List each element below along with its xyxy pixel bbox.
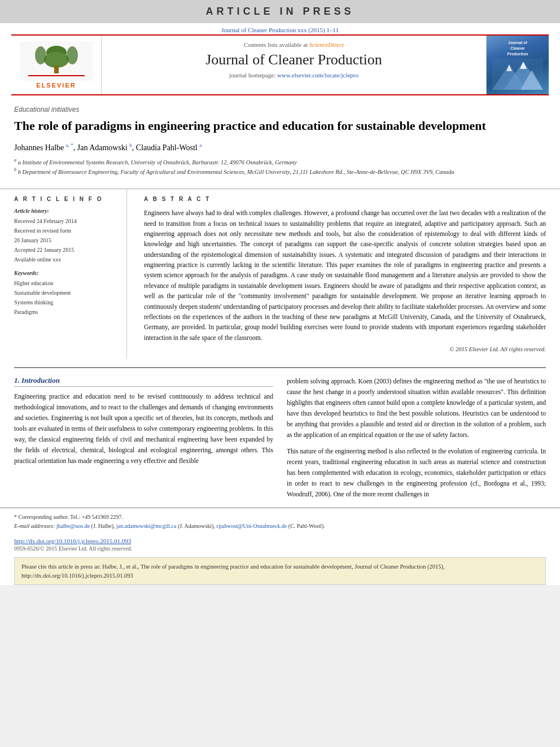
journal-ref-text: Journal of Cleaner Production xxx (2015)…	[221, 27, 339, 33]
footnotes-area: * Corresponding author. Tel.: +49 541969…	[0, 508, 560, 533]
date-online: Available online xxx	[14, 255, 121, 264]
corresponding-author: * Corresponding author. Tel.: +49 541969…	[14, 513, 546, 522]
keyword-4: Paradigms	[14, 307, 121, 317]
authors-line: Johannes Halbe a, *, Jan Adamowski b, Cl…	[14, 142, 546, 152]
emails-label: E-mail addresses:	[14, 523, 55, 529]
elsevier-logo-box: ELSEVIER	[11, 36, 102, 94]
issn-line: 0959-6526/© 2015 Elsevier Ltd. All right…	[14, 545, 546, 552]
abstract-column: A B S T R A C T Engineers have always ha…	[138, 189, 546, 359]
intro-paragraph-1: Engineering practice and education need …	[14, 391, 273, 466]
abstract-text: Engineers have always had to deal with c…	[144, 208, 546, 343]
journal-title: Journal of Cleaner Production	[113, 51, 475, 68]
svg-rect-2	[54, 65, 59, 73]
journal-homepage-line: journal homepage: www.elsevier.com/locat…	[113, 72, 475, 78]
keyword-2: Sustainable development	[14, 288, 121, 298]
abstract-heading: A B S T R A C T	[144, 196, 546, 202]
elsevier-logo	[20, 41, 93, 81]
date-revised-label: Received in revised form	[14, 226, 121, 235]
doi-link[interactable]: http://dx.doi.org/10.1016/j.jclepro.2015…	[14, 538, 546, 544]
keywords-label: Keywords:	[14, 270, 121, 276]
affiliations: a a Institute of Environmental Systems R…	[14, 157, 546, 177]
article-info-abstract-section: A R T I C L E I N F O Article history: R…	[0, 189, 560, 359]
citation-banner: Please cite this article in press as: Ha…	[14, 557, 546, 586]
section1-heading: 1. Introduction	[14, 376, 273, 387]
copyright-line: © 2015 Elsevier Ltd. All rights reserved…	[144, 343, 546, 352]
homepage-prefix: journal homepage:	[229, 72, 275, 78]
journal-ref-line: Journal of Cleaner Production xxx (2015)…	[0, 23, 560, 34]
article-dates: Received 24 February 2014 Received in re…	[14, 216, 121, 264]
email-addresses: E-mail addresses: jhalbe@uos.de (J. Halb…	[14, 522, 546, 531]
affiliation-b: b b Department of Bioresource Engineerin…	[14, 167, 546, 176]
article-info-column: A R T I C L E I N F O Article history: R…	[14, 189, 127, 359]
article-history-label: Article history:	[14, 208, 121, 214]
sciencedirect-prefix: Contents lists available at	[244, 41, 308, 48]
keyword-1: Higher education	[14, 278, 121, 288]
intro-paragraph-3: This nature of the engineering method is…	[287, 446, 546, 500]
intro-paragraph-2: problem solving approach. Koen (2003) de…	[287, 376, 546, 440]
section-divider	[14, 367, 546, 368]
content-right-col: problem solving approach. Koen (2003) de…	[287, 376, 546, 505]
elsevier-label: ELSEVIER	[36, 82, 76, 89]
section1-title: Introduction	[21, 376, 60, 385]
journal-center: Contents lists available at ScienceDirec…	[102, 36, 487, 94]
banner-text: ARTICLE IN PRESS	[205, 6, 354, 17]
article-info-heading: A R T I C L E I N F O	[14, 196, 121, 202]
cleaner-production-box: Journal ofCleanerProduction	[487, 36, 549, 94]
sciencedirect-link[interactable]: ScienceDirect	[309, 41, 344, 48]
article-in-press-banner: ARTICLE IN PRESS	[0, 0, 560, 23]
affiliation-a: a a Institute of Environmental Systems R…	[14, 157, 546, 167]
date-received: Received 24 February 2014	[14, 216, 121, 226]
cp-inner-text: Journal ofCleanerProduction	[508, 40, 528, 56]
content-left-col: 1. Introduction Engineering practice and…	[14, 376, 273, 505]
journal-header: ELSEVIER Contents lists available at Sci…	[11, 34, 549, 95]
date-accepted: Accepted 22 January 2015	[14, 245, 121, 255]
date-revised: 20 January 2015	[14, 235, 121, 245]
svg-point-4	[67, 46, 78, 64]
author-halbe: Johannes Halbe a, *, Jan Adamowski b, Cl…	[14, 143, 202, 152]
keyword-3: Systems thinking	[14, 298, 121, 307]
article-title: The role of paradigms in engineering pra…	[14, 118, 546, 134]
keywords-list: Higher education Sustainable development…	[14, 278, 121, 317]
article-meta: Educational initiatives The role of para…	[0, 95, 560, 182]
article-section-label: Educational initiatives	[14, 106, 546, 113]
cp-mountain-svg	[492, 59, 543, 90]
page-container: ARTICLE IN PRESS Journal of Cleaner Prod…	[0, 0, 560, 585]
svg-point-3	[35, 46, 46, 64]
main-content: 1. Introduction Engineering practice and…	[0, 376, 560, 505]
section1-number: 1.	[14, 376, 20, 385]
homepage-link[interactable]: www.elsevier.com/locate/jclepro	[277, 72, 358, 78]
emails-text: jhalbe@uos.de (J. Halbe), jan.adamowski@…	[56, 523, 325, 529]
sciencedirect-line: Contents lists available at ScienceDirec…	[113, 41, 475, 48]
elsevier-tree-svg	[28, 44, 85, 78]
svg-rect-5	[28, 75, 85, 76]
svg-point-1	[44, 52, 69, 68]
